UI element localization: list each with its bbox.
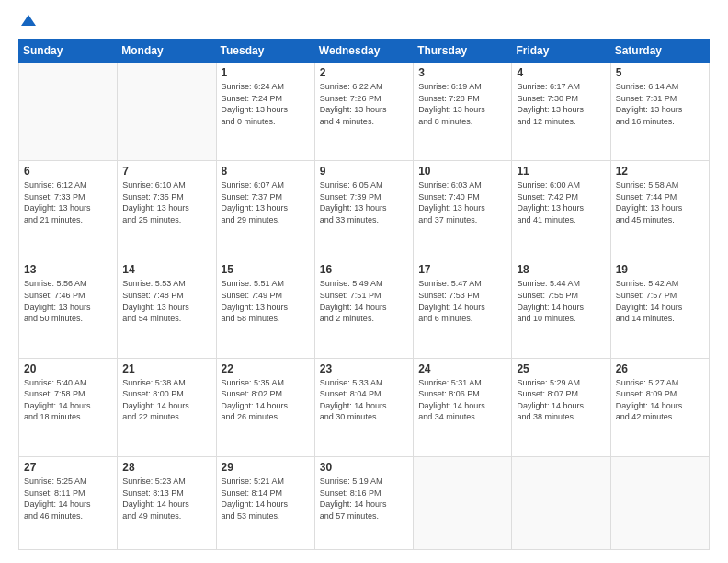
day-info: Sunrise: 6:00 AM Sunset: 7:42 PM Dayligh… [517, 179, 605, 225]
calendar-cell: 18Sunrise: 5:44 AM Sunset: 7:55 PM Dayli… [512, 259, 610, 358]
calendar-cell: 10Sunrise: 6:03 AM Sunset: 7:40 PM Dayli… [414, 161, 512, 259]
day-info: Sunrise: 5:38 AM Sunset: 8:00 PM Dayligh… [122, 377, 210, 423]
day-info: Sunrise: 5:25 AM Sunset: 8:11 PM Dayligh… [24, 476, 112, 522]
day-info: Sunrise: 6:24 AM Sunset: 7:24 PM Dayligh… [222, 81, 310, 127]
calendar-table: SundayMondayTuesdayWednesdayThursdayFrid… [18, 39, 710, 550]
calendar-week-row: 6Sunrise: 6:12 AM Sunset: 7:33 PM Daylig… [19, 161, 710, 259]
day-info: Sunrise: 6:14 AM Sunset: 7:31 PM Dayligh… [616, 81, 704, 127]
day-number: 4 [517, 66, 605, 79]
day-info: Sunrise: 5:23 AM Sunset: 8:13 PM Dayligh… [122, 476, 210, 522]
day-number: 14 [122, 263, 210, 276]
calendar-cell: 14Sunrise: 5:53 AM Sunset: 7:48 PM Dayli… [118, 259, 216, 358]
calendar-cell: 1Sunrise: 6:24 AM Sunset: 7:24 PM Daylig… [216, 63, 314, 161]
calendar-cell: 2Sunrise: 6:22 AM Sunset: 7:26 PM Daylig… [314, 63, 413, 161]
calendar-cell: 22Sunrise: 5:35 AM Sunset: 8:02 PM Dayli… [216, 358, 314, 456]
calendar-cell: 27Sunrise: 5:25 AM Sunset: 8:11 PM Dayli… [19, 456, 118, 549]
day-info: Sunrise: 6:17 AM Sunset: 7:30 PM Dayligh… [517, 81, 605, 127]
day-info: Sunrise: 5:51 AM Sunset: 7:49 PM Dayligh… [222, 278, 310, 324]
day-info: Sunrise: 6:22 AM Sunset: 7:26 PM Dayligh… [320, 81, 408, 127]
day-number: 27 [24, 461, 112, 474]
day-number: 13 [24, 263, 112, 276]
day-info: Sunrise: 5:47 AM Sunset: 7:53 PM Dayligh… [418, 278, 506, 324]
calendar-cell: 8Sunrise: 6:07 AM Sunset: 7:37 PM Daylig… [216, 161, 314, 259]
day-number: 7 [122, 165, 210, 178]
logo-icon [20, 13, 37, 29]
day-number: 1 [222, 66, 310, 79]
day-number: 9 [320, 165, 408, 178]
day-number: 20 [24, 362, 112, 375]
calendar-week-row: 1Sunrise: 6:24 AM Sunset: 7:24 PM Daylig… [19, 63, 710, 161]
calendar-cell [19, 63, 118, 161]
calendar-cell: 7Sunrise: 6:10 AM Sunset: 7:35 PM Daylig… [118, 161, 216, 259]
day-info: Sunrise: 5:44 AM Sunset: 7:55 PM Dayligh… [517, 278, 605, 324]
day-number: 6 [24, 165, 112, 178]
day-number: 8 [222, 165, 310, 178]
page: SundayMondayTuesdayWednesdayThursdayFrid… [0, 0, 728, 563]
calendar-cell: 13Sunrise: 5:56 AM Sunset: 7:46 PM Dayli… [19, 259, 118, 358]
day-number: 30 [320, 461, 408, 474]
day-info: Sunrise: 5:58 AM Sunset: 7:44 PM Dayligh… [616, 179, 704, 225]
calendar-cell: 30Sunrise: 5:19 AM Sunset: 8:16 PM Dayli… [314, 456, 413, 549]
day-header: Monday [118, 40, 216, 63]
day-info: Sunrise: 5:33 AM Sunset: 8:04 PM Dayligh… [320, 377, 408, 423]
day-info: Sunrise: 6:10 AM Sunset: 7:35 PM Dayligh… [122, 179, 210, 225]
calendar-cell: 19Sunrise: 5:42 AM Sunset: 7:57 PM Dayli… [610, 259, 709, 358]
day-info: Sunrise: 6:07 AM Sunset: 7:37 PM Dayligh… [222, 179, 310, 225]
day-number: 21 [122, 362, 210, 375]
day-number: 15 [222, 263, 310, 276]
calendar-cell [610, 456, 709, 549]
calendar-cell: 6Sunrise: 6:12 AM Sunset: 7:33 PM Daylig… [19, 161, 118, 259]
calendar-cell: 11Sunrise: 6:00 AM Sunset: 7:42 PM Dayli… [512, 161, 610, 259]
day-number: 25 [517, 362, 605, 375]
day-header: Wednesday [314, 40, 413, 63]
day-number: 23 [320, 362, 408, 375]
calendar-cell: 21Sunrise: 5:38 AM Sunset: 8:00 PM Dayli… [118, 358, 216, 456]
calendar-cell: 24Sunrise: 5:31 AM Sunset: 8:06 PM Dayli… [414, 358, 512, 456]
day-number: 29 [222, 461, 310, 474]
day-header: Tuesday [216, 40, 314, 63]
calendar-cell: 16Sunrise: 5:49 AM Sunset: 7:51 PM Dayli… [314, 259, 413, 358]
day-header: Sunday [19, 40, 118, 63]
day-info: Sunrise: 5:40 AM Sunset: 7:58 PM Dayligh… [24, 377, 112, 423]
day-info: Sunrise: 5:31 AM Sunset: 8:06 PM Dayligh… [418, 377, 506, 423]
day-info: Sunrise: 5:42 AM Sunset: 7:57 PM Dayligh… [616, 278, 704, 324]
calendar-cell: 29Sunrise: 5:21 AM Sunset: 8:14 PM Dayli… [216, 456, 314, 549]
calendar-cell: 20Sunrise: 5:40 AM Sunset: 7:58 PM Dayli… [19, 358, 118, 456]
day-number: 18 [517, 263, 605, 276]
calendar-cell: 3Sunrise: 6:19 AM Sunset: 7:28 PM Daylig… [414, 63, 512, 161]
day-header: Thursday [414, 40, 512, 63]
calendar-cell: 23Sunrise: 5:33 AM Sunset: 8:04 PM Dayli… [314, 358, 413, 456]
day-number: 5 [616, 66, 704, 79]
calendar-week-row: 20Sunrise: 5:40 AM Sunset: 7:58 PM Dayli… [19, 358, 710, 456]
day-info: Sunrise: 5:27 AM Sunset: 8:09 PM Dayligh… [616, 377, 704, 423]
day-number: 10 [418, 165, 506, 178]
day-number: 28 [122, 461, 210, 474]
calendar-cell: 5Sunrise: 6:14 AM Sunset: 7:31 PM Daylig… [610, 63, 709, 161]
day-info: Sunrise: 6:12 AM Sunset: 7:33 PM Dayligh… [24, 179, 112, 225]
day-header: Saturday [610, 40, 709, 63]
day-number: 11 [517, 165, 605, 178]
calendar-cell: 28Sunrise: 5:23 AM Sunset: 8:13 PM Dayli… [118, 456, 216, 549]
calendar-cell: 12Sunrise: 5:58 AM Sunset: 7:44 PM Dayli… [610, 161, 709, 259]
day-info: Sunrise: 5:19 AM Sunset: 8:16 PM Dayligh… [320, 476, 408, 522]
day-number: 17 [418, 263, 506, 276]
calendar-cell: 26Sunrise: 5:27 AM Sunset: 8:09 PM Dayli… [610, 358, 709, 456]
calendar-cell: 9Sunrise: 6:05 AM Sunset: 7:39 PM Daylig… [314, 161, 413, 259]
day-info: Sunrise: 5:29 AM Sunset: 8:07 PM Dayligh… [517, 377, 605, 423]
calendar-week-row: 13Sunrise: 5:56 AM Sunset: 7:46 PM Dayli… [19, 259, 710, 358]
calendar-cell: 4Sunrise: 6:17 AM Sunset: 7:30 PM Daylig… [512, 63, 610, 161]
logo [18, 17, 37, 29]
day-number: 26 [616, 362, 704, 375]
day-number: 16 [320, 263, 408, 276]
day-info: Sunrise: 5:21 AM Sunset: 8:14 PM Dayligh… [222, 476, 310, 522]
calendar-cell: 17Sunrise: 5:47 AM Sunset: 7:53 PM Dayli… [414, 259, 512, 358]
day-number: 12 [616, 165, 704, 178]
calendar-cell [118, 63, 216, 161]
day-info: Sunrise: 5:49 AM Sunset: 7:51 PM Dayligh… [320, 278, 408, 324]
day-number: 22 [222, 362, 310, 375]
calendar-week-row: 27Sunrise: 5:25 AM Sunset: 8:11 PM Dayli… [19, 456, 710, 549]
day-info: Sunrise: 6:19 AM Sunset: 7:28 PM Dayligh… [418, 81, 506, 127]
day-number: 3 [418, 66, 506, 79]
day-number: 2 [320, 66, 408, 79]
day-info: Sunrise: 5:53 AM Sunset: 7:48 PM Dayligh… [122, 278, 210, 324]
